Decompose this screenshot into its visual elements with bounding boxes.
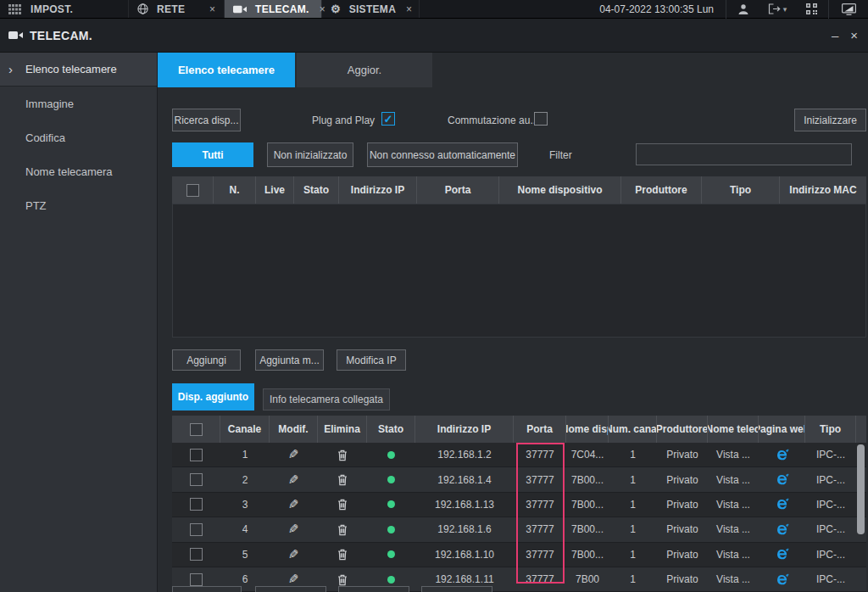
topbar-tab-rete[interactable]: RETE × bbox=[129, 0, 225, 18]
trash-icon[interactable] bbox=[337, 573, 348, 586]
col-header-indirizzo-mac: Indirizzo MAC bbox=[780, 176, 866, 204]
trash-icon[interactable] bbox=[337, 473, 348, 486]
row-checkbox[interactable] bbox=[190, 449, 203, 461]
vertical-scrollbar[interactable] bbox=[857, 444, 865, 534]
plug-and-play-label: Plug and Play bbox=[312, 109, 375, 131]
ricerca-disp-button[interactable]: Ricerca disp... bbox=[172, 109, 241, 131]
sidebar-item-nome-telecamera[interactable]: Nome telecamera bbox=[0, 154, 157, 188]
tab-close-icon[interactable]: × bbox=[199, 3, 215, 15]
qr-code-icon[interactable] bbox=[794, 0, 828, 19]
status-online-dot bbox=[387, 526, 395, 533]
internet-explorer-icon[interactable] bbox=[775, 522, 789, 537]
sidebar-item-elenco-telecamere[interactable]: › Elenco telecamere bbox=[0, 53, 157, 87]
cell-tipo: IPC-... bbox=[805, 567, 856, 591]
internet-explorer-icon[interactable] bbox=[775, 547, 789, 561]
row-checkbox-cell bbox=[172, 493, 220, 517]
col-header-porta: Porta bbox=[514, 416, 566, 443]
col-header-tipo: Tipo bbox=[702, 176, 780, 204]
status-online-dot bbox=[387, 476, 395, 483]
auto-switch-checkbox[interactable] bbox=[534, 112, 548, 126]
tab-aggior[interactable]: Aggior. bbox=[297, 53, 432, 87]
tab-disp-aggiunto[interactable]: Disp. aggiunto bbox=[172, 383, 254, 410]
sidebar-item-ptz[interactable]: PTZ bbox=[0, 188, 157, 222]
bottom-button-3[interactable] bbox=[338, 586, 409, 592]
cell-canale: 3 bbox=[220, 493, 270, 517]
edit-pencil-icon[interactable]: ✎ bbox=[288, 497, 299, 512]
plug-and-play-checkbox[interactable]: ✓ bbox=[381, 112, 395, 126]
close-button[interactable]: × bbox=[850, 28, 858, 42]
select-all-checkbox[interactable] bbox=[190, 423, 203, 436]
trash-icon[interactable] bbox=[337, 548, 348, 561]
row-checkbox[interactable] bbox=[190, 498, 203, 511]
check-icon: ✓ bbox=[384, 113, 393, 126]
discovered-table-body bbox=[172, 204, 866, 338]
row-checkbox[interactable] bbox=[190, 548, 203, 561]
col-header-pagina-web: Pagina web bbox=[759, 416, 805, 443]
aggiungi-button[interactable]: Aggiungi bbox=[172, 349, 241, 371]
filter-non-connesso-button[interactable]: Non connesso automaticamente bbox=[367, 142, 518, 167]
minimize-button[interactable]: – bbox=[832, 28, 838, 42]
bottom-button-1[interactable] bbox=[172, 586, 242, 592]
internet-explorer-icon[interactable] bbox=[775, 472, 789, 487]
trash-icon[interactable] bbox=[337, 498, 348, 511]
row-checkbox-cell bbox=[172, 443, 220, 466]
cell-nome-telecamera: Vista ... bbox=[708, 517, 759, 541]
aggiunta-manuale-button[interactable]: Aggiunta m... bbox=[255, 349, 324, 371]
filter-input[interactable] bbox=[636, 143, 852, 165]
cell-indirizzo-ip: 192.168.1.6 bbox=[415, 517, 514, 541]
bottom-button-2[interactable] bbox=[255, 586, 326, 592]
cell-porta: 37777 bbox=[514, 443, 566, 466]
topbar-tab-sistema[interactable]: ⚙ SISTEMA × bbox=[322, 0, 420, 18]
row-checkbox[interactable] bbox=[190, 473, 203, 486]
cell-produttore: Privato bbox=[657, 517, 708, 541]
internet-explorer-icon[interactable] bbox=[775, 572, 789, 587]
web-page-cell bbox=[759, 443, 805, 466]
window-titlebar: TELECAM. – × bbox=[0, 19, 868, 53]
user-account-icon[interactable] bbox=[726, 0, 760, 19]
tab-elenco-telecamere[interactable]: Elenco telecamere bbox=[158, 53, 295, 87]
bottom-button-4[interactable] bbox=[421, 586, 492, 592]
cell-nome-dispositivo: 7C04... bbox=[566, 443, 609, 466]
modifica-ip-button[interactable]: Modifica IP bbox=[337, 349, 406, 371]
col-header-indirizzo-ip: Indirizzo IP bbox=[415, 416, 514, 443]
edit-pencil-icon[interactable]: ✎ bbox=[288, 447, 299, 462]
edit-pencil-icon[interactable]: ✎ bbox=[288, 472, 299, 488]
tab-close-icon[interactable]: × bbox=[396, 3, 412, 15]
status-cell bbox=[367, 467, 415, 491]
display-output-icon[interactable] bbox=[829, 0, 868, 19]
col-header-porta: Porta bbox=[417, 176, 499, 204]
trash-icon[interactable] bbox=[337, 523, 348, 536]
delete-cell bbox=[318, 493, 367, 517]
edit-pencil-icon[interactable]: ✎ bbox=[288, 547, 299, 562]
cell-nome-telecamera: Vista ... bbox=[708, 567, 759, 591]
cell-num-canali: 1 bbox=[609, 567, 657, 591]
datetime-display: 04-07-2022 13:00:35 Lun bbox=[587, 3, 726, 15]
filter-non-inizializzato-button[interactable]: Non inizializzato bbox=[267, 142, 353, 167]
sidebar-item-codifica[interactable]: Codifica bbox=[0, 120, 157, 154]
cell-nome-telecamera: Vista ... bbox=[708, 443, 759, 466]
cell-porta: 37777 bbox=[514, 543, 566, 567]
topbar-tab-impost[interactable]: IMPOST. bbox=[0, 0, 129, 18]
internet-explorer-icon[interactable] bbox=[775, 497, 789, 511]
tab-info-telecamera-collegata[interactable]: Info telecamera collegata bbox=[263, 388, 390, 410]
row-checkbox[interactable] bbox=[190, 523, 203, 536]
select-all-checkbox[interactable] bbox=[186, 184, 199, 197]
scroll-gutter bbox=[856, 416, 866, 443]
internet-explorer-icon[interactable] bbox=[775, 448, 789, 462]
filter-tutti-button[interactable]: Tutti bbox=[172, 142, 253, 167]
cell-tipo: IPC-... bbox=[805, 517, 856, 541]
sidebar-item-immagine[interactable]: Immagine bbox=[0, 87, 157, 120]
table-row: 2 ✎ 192.168.1.4 bbox=[172, 467, 866, 492]
trash-icon[interactable] bbox=[337, 449, 348, 461]
edit-pencil-icon[interactable]: ✎ bbox=[288, 522, 299, 537]
edit-pencil-icon[interactable]: ✎ bbox=[288, 572, 299, 587]
sidebar-item-label: Elenco telecamere bbox=[25, 63, 117, 75]
topbar-tab-telecam[interactable]: TELECAM. × bbox=[225, 0, 322, 18]
col-header-nome-dispositivo: Nome dispositivo bbox=[499, 176, 621, 204]
cell-indirizzo-ip: 192.168.1.4 bbox=[415, 467, 514, 491]
row-checkbox[interactable] bbox=[190, 573, 203, 586]
inizializzare-button[interactable]: Inizializzare bbox=[794, 109, 866, 131]
status-cell bbox=[367, 493, 415, 517]
cell-nome-dispositivo: 7B00 bbox=[566, 567, 609, 591]
logout-icon[interactable]: ▾ bbox=[760, 0, 794, 19]
